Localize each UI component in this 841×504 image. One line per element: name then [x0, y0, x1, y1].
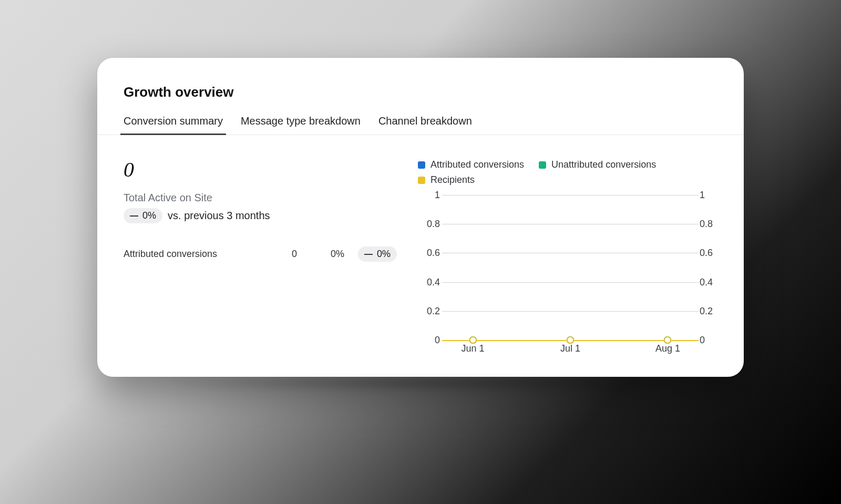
legend-swatch [418, 161, 425, 169]
y-tick-left: 0.8 [422, 219, 440, 230]
gridline [442, 311, 699, 312]
y-tick-right: 0.4 [700, 276, 717, 287]
data-point [567, 336, 574, 344]
data-point [469, 336, 477, 344]
compare-label: vs. previous 3 months [168, 210, 270, 222]
tab-message-type-breakdown[interactable]: Message type breakdown [241, 111, 361, 135]
y-tick-left: 0 [422, 335, 440, 346]
content: 0 Total Active on Site 0% vs. previous 3… [124, 159, 717, 361]
gridline [442, 282, 699, 283]
metric-row: Attributed conversions 0 0% 0% [124, 246, 397, 262]
metric-row-label: Attributed conversions [124, 249, 255, 260]
x-tick: Aug 1 [655, 343, 680, 354]
tab-channel-breakdown[interactable]: Channel breakdown [378, 111, 472, 135]
x-tick: Jul 1 [560, 343, 580, 354]
summary-panel: 0 Total Active on Site 0% vs. previous 3… [124, 159, 397, 361]
total-delta-pill: 0% [124, 208, 162, 223]
legend-swatch [418, 177, 425, 184]
y-tick-left: 1 [422, 190, 440, 201]
total-label: Total Active on Site [124, 192, 397, 204]
neutral-dash-icon [130, 215, 138, 217]
metric-row-delta: 0% [377, 249, 391, 260]
page-title: Growth overview [124, 84, 717, 100]
metric-row-delta-pill: 0% [358, 246, 397, 262]
x-axis: Jun 1Jul 1Aug 1 [442, 343, 699, 356]
y-tick-right: 0 [700, 335, 717, 346]
legend-label: Unattributed conversions [551, 159, 656, 170]
y-tick-left: 0.2 [422, 305, 440, 316]
tabs: Conversion summary Message type breakdow… [97, 111, 744, 135]
legend-item-attributed[interactable]: Attributed conversions [418, 159, 524, 170]
x-tick: Jun 1 [461, 343, 485, 354]
legend-label: Attributed conversions [430, 159, 524, 170]
line-chart: Jun 1Jul 1Aug 1 000.20.20.40.40.60.60.80… [418, 193, 717, 361]
data-point [664, 336, 671, 344]
gridline [442, 253, 699, 253]
total-delta-row: 0% vs. previous 3 months [124, 208, 397, 223]
gridline [442, 195, 699, 196]
y-tick-left: 0.6 [422, 248, 440, 259]
gridline [442, 224, 699, 224]
chart-legend: Attributed conversions Unattributed conv… [418, 159, 717, 186]
metric-row-pct: 0% [297, 249, 344, 260]
total-delta-value: 0% [142, 210, 156, 221]
y-tick-right: 0.8 [700, 219, 717, 230]
legend-item-unattributed[interactable]: Unattributed conversions [539, 159, 656, 170]
total-value: 0 [124, 159, 397, 180]
y-tick-left: 0.4 [422, 276, 440, 287]
growth-overview-card: Growth overview Conversion summary Messa… [97, 58, 744, 377]
neutral-dash-icon [364, 254, 373, 255]
legend-swatch [539, 161, 546, 169]
metric-row-value: 0 [255, 249, 297, 260]
y-tick-right: 0.6 [700, 248, 717, 259]
plot-area [442, 195, 699, 340]
legend-label: Recipients [430, 174, 475, 186]
legend-item-recipients[interactable]: Recipients [418, 174, 475, 186]
y-tick-right: 1 [700, 190, 717, 201]
chart-panel: Attributed conversions Unattributed conv… [418, 159, 717, 361]
y-tick-right: 0.2 [700, 305, 717, 316]
tab-conversion-summary[interactable]: Conversion summary [124, 111, 223, 135]
